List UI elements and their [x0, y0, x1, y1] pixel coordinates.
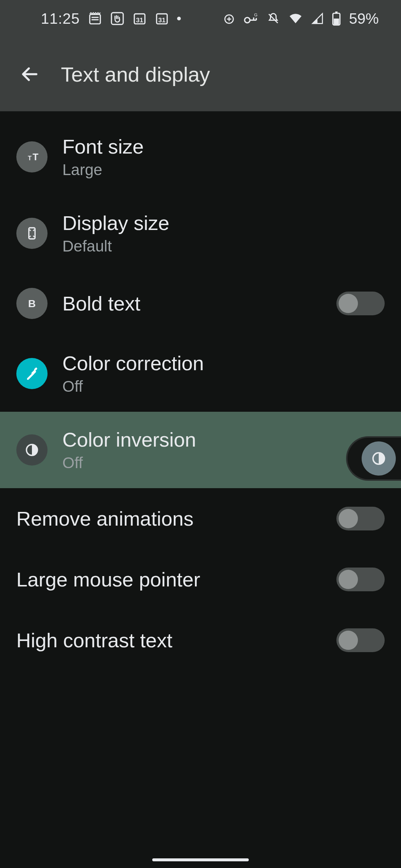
- row-title: High contrast text: [16, 629, 322, 652]
- svg-rect-19: [334, 19, 339, 24]
- row-subtitle: Off: [62, 454, 385, 472]
- row-title: Remove animations: [16, 507, 322, 530]
- toggle-large-pointer[interactable]: [336, 568, 385, 591]
- settings-list: TT Font size Large Display size Default …: [0, 111, 401, 671]
- calendar-31a-icon: 31: [133, 11, 147, 26]
- svg-rect-3: [111, 13, 123, 24]
- arrow-back-icon: [20, 64, 40, 84]
- dnd-bell-off-icon: [267, 12, 280, 25]
- svg-text:T: T: [28, 155, 32, 161]
- row-title: Bold text: [62, 292, 322, 315]
- row-title: Large mouse pointer: [16, 568, 322, 591]
- row-high-contrast[interactable]: High contrast text: [0, 610, 401, 671]
- back-button[interactable]: [15, 59, 45, 89]
- row-subtitle: Default: [62, 237, 385, 255]
- row-bold-text[interactable]: B Bold text: [0, 272, 401, 335]
- accessibility-shortcut-button[interactable]: [346, 436, 401, 481]
- battery-icon: [332, 11, 341, 26]
- svg-text:31: 31: [136, 16, 143, 24]
- alarm-add-icon: [223, 12, 235, 25]
- row-font-size[interactable]: TT Font size Large: [0, 119, 401, 195]
- eyedropper-icon: [16, 358, 48, 389]
- row-title: Color correction: [62, 352, 385, 375]
- svg-text:B: B: [28, 297, 36, 309]
- svg-point-11: [245, 17, 250, 23]
- app-bar: Text and display: [0, 37, 401, 111]
- battery-percentage: 59%: [349, 10, 379, 27]
- svg-text:G: G: [254, 13, 258, 17]
- status-bar: 11:25 31 31 G: [0, 0, 401, 37]
- toggle-high-contrast[interactable]: [336, 628, 385, 652]
- gesture-nav-bar[interactable]: [152, 858, 249, 861]
- svg-text:T: T: [33, 152, 39, 162]
- vpn-key-icon: G: [244, 12, 258, 25]
- calendar-note-icon: [88, 11, 102, 26]
- toggle-bold-text[interactable]: [336, 292, 385, 315]
- status-right: G 59%: [223, 10, 379, 27]
- row-title: Display size: [62, 211, 385, 234]
- row-title: Color inversion: [62, 428, 385, 451]
- font-size-icon: TT: [16, 141, 48, 172]
- calendar-31b-icon: 31: [155, 11, 169, 26]
- invert-colors-icon: [16, 434, 48, 466]
- row-color-correction[interactable]: Color correction Off: [0, 335, 401, 412]
- more-dot-icon: [177, 17, 181, 20]
- svg-rect-18: [335, 11, 338, 13]
- cellular-signal-icon: [311, 13, 324, 24]
- status-left: 11:25 31 31: [41, 10, 181, 27]
- row-display-size[interactable]: Display size Default: [0, 195, 401, 272]
- page-title: Text and display: [61, 62, 210, 86]
- status-time: 11:25: [41, 10, 80, 27]
- toggle-remove-animations[interactable]: [336, 507, 385, 530]
- row-color-inversion[interactable]: Color inversion Off: [0, 412, 401, 488]
- invert-colors-shortcut-icon: [362, 441, 396, 476]
- row-title: Font size: [62, 135, 385, 158]
- wifi-icon: [288, 13, 303, 24]
- svg-text:31: 31: [158, 16, 166, 24]
- hand-box-icon: [110, 11, 124, 26]
- display-size-icon: [16, 218, 48, 249]
- bold-icon: B: [16, 288, 48, 319]
- row-large-pointer[interactable]: Large mouse pointer: [0, 549, 401, 610]
- row-subtitle: Large: [62, 161, 385, 179]
- row-subtitle: Off: [62, 378, 385, 395]
- row-remove-animations[interactable]: Remove animations: [0, 488, 401, 549]
